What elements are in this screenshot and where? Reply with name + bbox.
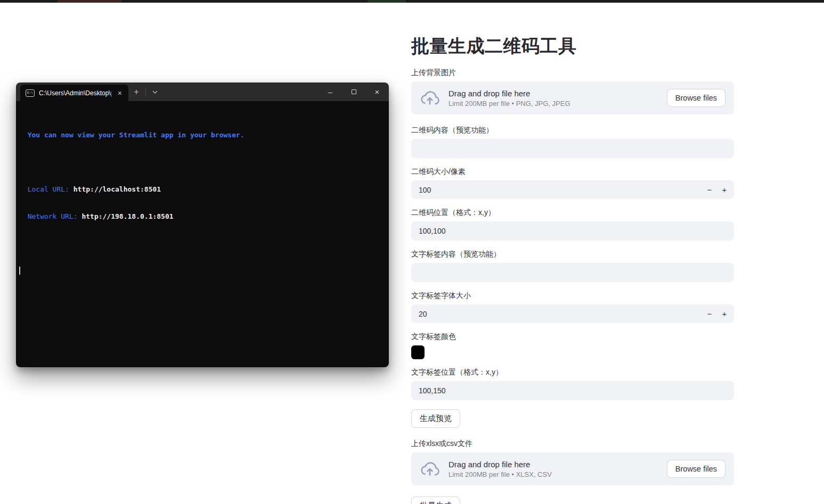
tab-separator bbox=[145, 88, 146, 96]
bg-upload-label: 上传背景图片 bbox=[411, 68, 734, 78]
qr-size-input[interactable] bbox=[411, 180, 702, 199]
maximize-icon bbox=[352, 89, 356, 94]
qr-content-input[interactable] bbox=[411, 139, 734, 158]
text-content-input[interactable] bbox=[411, 263, 734, 282]
qr-size-label: 二维码大小/像素 bbox=[411, 167, 734, 177]
streamlit-app: 批量生成二维码工具 上传背景图片 Drag and drop file here… bbox=[411, 34, 734, 504]
terminal-blank-line bbox=[19, 239, 385, 248]
cropped-edge-green-segment bbox=[368, 0, 406, 3]
data-upload-label: 上传xlsx或csv文件 bbox=[411, 439, 734, 449]
tab-close-icon[interactable]: × bbox=[116, 89, 124, 97]
decrement-button[interactable]: − bbox=[702, 180, 717, 199]
increment-button[interactable]: + bbox=[717, 180, 732, 199]
terminal-blank-line bbox=[19, 158, 385, 167]
terminal-network-url-line: Network URL: http://198.18.0.1:8501 bbox=[19, 212, 385, 221]
chevron-down-icon bbox=[152, 90, 158, 94]
tab-dropdown-button[interactable] bbox=[147, 82, 163, 101]
terminal-ready-line: You can now view your Streamlit app in y… bbox=[19, 130, 385, 139]
browse-files-button[interactable]: Browse files bbox=[667, 460, 725, 478]
cloud-upload-icon bbox=[420, 90, 440, 106]
file-limit-text: Limit 200MB per file • PNG, JPG, JPEG bbox=[448, 100, 658, 108]
cropped-edge-red-segment bbox=[58, 0, 121, 3]
text-content-label: 文字标签内容（预览功能） bbox=[411, 250, 734, 259]
close-button[interactable]: × bbox=[365, 82, 389, 101]
dropzone-text: Drag and drop file here Limit 200MB per … bbox=[448, 89, 658, 108]
qr-content-label: 二维码内容（预览功能） bbox=[411, 126, 734, 135]
cloud-upload-icon bbox=[420, 461, 440, 477]
terminal-titlebar[interactable]: C:\ C:\Users\Admin\Desktop\pytl × + – × bbox=[16, 82, 389, 101]
new-tab-button[interactable]: + bbox=[128, 82, 144, 101]
terminal-output[interactable]: You can now view your Streamlit app in y… bbox=[16, 101, 389, 367]
window-controls: – × bbox=[319, 82, 389, 101]
drag-drop-text: Drag and drop file here bbox=[448, 460, 658, 469]
maximize-button[interactable] bbox=[342, 82, 365, 101]
terminal-window: C:\ C:\Users\Admin\Desktop\pytl × + – × … bbox=[16, 82, 389, 367]
command-prompt-icon: C:\ bbox=[26, 89, 35, 97]
data-file-dropzone[interactable]: Drag and drop file here Limit 200MB per … bbox=[411, 452, 734, 485]
terminal-cursor bbox=[19, 267, 20, 275]
generate-preview-button[interactable]: 生成预览 bbox=[411, 409, 460, 428]
minimize-button[interactable]: – bbox=[319, 82, 342, 101]
color-picker-swatch[interactable] bbox=[411, 345, 425, 359]
dropzone-text: Drag and drop file here Limit 200MB per … bbox=[448, 460, 658, 478]
text-color-label: 文字标签颜色 bbox=[411, 332, 734, 342]
increment-button[interactable]: + bbox=[717, 304, 732, 323]
text-font-size-input[interactable] bbox=[411, 304, 702, 323]
browse-files-button[interactable]: Browse files bbox=[667, 89, 725, 107]
qr-position-label: 二维码位置（格式：x,y） bbox=[411, 208, 734, 218]
bg-image-dropzone[interactable]: Drag and drop file here Limit 200MB per … bbox=[411, 81, 734, 114]
drag-drop-text: Drag and drop file here bbox=[448, 89, 658, 98]
text-font-size-label: 文字标签字体大小 bbox=[411, 291, 734, 301]
terminal-tab-title: C:\Users\Admin\Desktop\pytl bbox=[39, 89, 111, 97]
text-position-input[interactable] bbox=[411, 381, 734, 400]
terminal-tab[interactable]: C:\ C:\Users\Admin\Desktop\pytl × bbox=[20, 85, 128, 101]
terminal-cursor-line bbox=[19, 266, 385, 275]
page-title: 批量生成二维码工具 bbox=[411, 34, 734, 57]
decrement-button[interactable]: − bbox=[702, 304, 717, 323]
qr-position-input[interactable] bbox=[411, 221, 734, 241]
file-limit-text: Limit 200MB per file • XLSX, CSV bbox=[448, 470, 658, 478]
text-font-size-stepper: − + bbox=[411, 304, 734, 323]
batch-generate-button[interactable]: 批量生成 bbox=[411, 497, 460, 504]
cropped-window-edge bbox=[0, 0, 824, 3]
text-position-label: 文字标签位置（格式：x,y） bbox=[411, 368, 734, 377]
terminal-local-url-line: Local URL: http://localhost:8501 bbox=[19, 185, 385, 194]
qr-size-stepper: − + bbox=[411, 180, 734, 199]
